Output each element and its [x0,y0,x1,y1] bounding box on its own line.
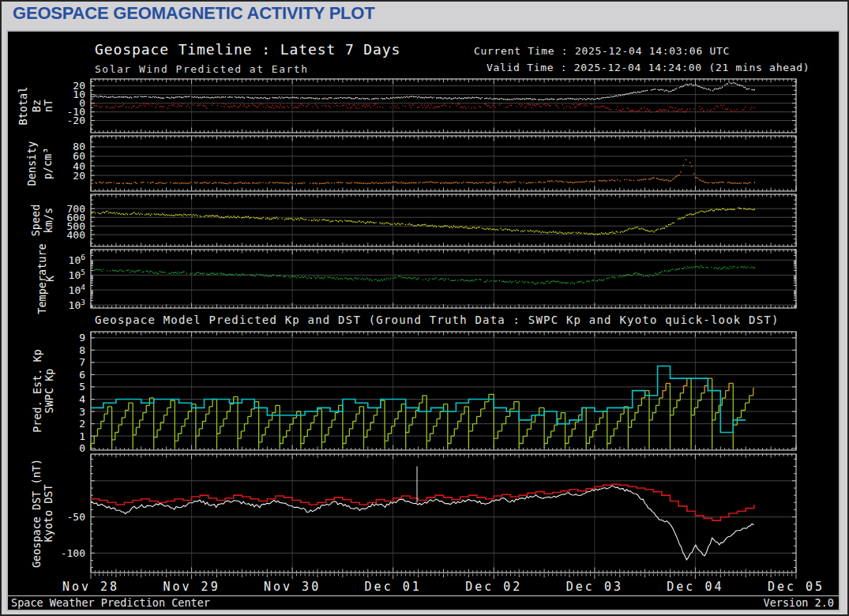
ytick-label: 20 [73,170,85,182]
panel-speed: 700600500400Speedkm/s [29,194,796,246]
plot-title: Geospace Timeline : Latest 7 Days [95,41,400,58]
ytick-label: 7 [79,356,85,368]
ytick-label: 0 [79,442,85,454]
speed-axis-name: km/s [42,208,54,234]
kp-dst-caption: Geospace Model Predicted Kp and DST (Gro… [95,314,780,326]
ytick-label: -50 [67,511,85,523]
density-axis-name: Density [25,141,38,186]
kp-axis-name: Pred. Est. Kp [31,349,43,433]
ytick-label: 105 [69,268,85,281]
ytick-label: 103 [69,298,85,311]
ytick-label: 2 [79,418,85,430]
panel-temperature: 106105104103TemperatureK [36,243,796,314]
xtick-label: Dec 03 [566,580,623,594]
imf-axis-name: nT [42,100,54,112]
plot-subtitle: Solar Wind Predicted at Earth [95,63,308,75]
xtick-label: Dec 04 [667,580,723,594]
ytick-label: 4 [79,393,85,405]
ytick-label: 400 [67,229,85,241]
panel-density: 80604020Densityp/cm³ [25,136,796,191]
page-title: GEOSPACE GEOMAGNETIC ACTIVITY PLOT [13,3,375,24]
imf-axis-name: Bz [30,100,43,112]
panel-kp: 9876543210Pred. Est. KpSWPC Kp [31,332,796,454]
footer-version-label: Version 2.0 [764,596,834,609]
xtick-label: Dec 01 [365,580,422,594]
panel-dst: -50-100Geospace DST (nT)Kyoto DST [30,454,796,573]
ytick-label: -20 [67,115,85,126]
current-time-label: Current Time : 2025-12-04 14:03:06 UTC [474,45,730,57]
xtick-label: Nov 28 [62,580,119,594]
valid-time-label: Valid Time : 2025-12-04 14:24:00 (21 min… [486,62,810,73]
xtick-label: Nov 29 [163,580,220,594]
ytick-label: 8 [79,344,85,356]
temperature-axis-name: K [43,275,56,282]
imf-axis-name: Btotal [17,87,29,126]
series-btotal [91,82,755,100]
footer-org-label: Space Weather Prediction Center [11,596,210,609]
ytick-label: 3 [79,406,85,418]
ytick-label: 6 [79,369,85,381]
series-speed [91,208,755,235]
xtick-label: Dec 05 [768,580,825,594]
speed-axis-name: Speed [29,205,42,237]
ytick-label: 106 [69,253,86,266]
x-axis: Nov 28Nov 29Nov 30Dec 01Dec 02Dec 03Dec … [8,574,839,596]
series-pred-est-kp-high [645,378,754,398]
panel-imf: 20100-10-20BtotalBznT [17,79,796,133]
ytick-label: 1 [79,430,85,442]
ytick-label: -100 [61,547,85,559]
plot-container: 20100-10-20BtotalBznT80604020Densityp/cm… [6,30,840,611]
series-pred-est-kp [91,378,753,449]
density-axis-name: p/cm³ [41,148,54,180]
xtick-label: Nov 30 [264,580,321,594]
ytick-label: 9 [79,332,85,344]
dst-axis-name: Kyoto DST [42,484,54,542]
series-geospace-dst [91,486,754,560]
ytick-label: 5 [79,381,85,393]
ytick-label: 104 [69,283,86,296]
xtick-label: Dec 02 [465,580,522,594]
dst-axis-name: Geospace DST (nT) [30,459,43,568]
series-density [91,160,755,183]
kp-axis-name: SWPC Kp [43,369,55,414]
